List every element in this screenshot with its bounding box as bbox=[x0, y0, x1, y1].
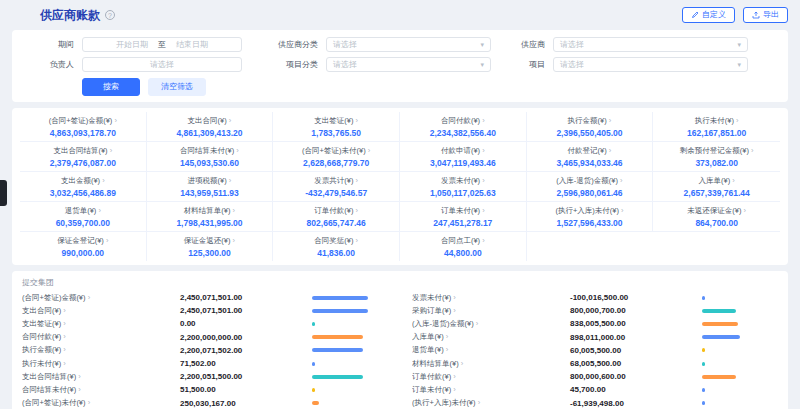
stat-card[interactable]: 剩余预付登记金额(¥) ›373,082.00 bbox=[653, 142, 780, 172]
chevron-right-icon: › bbox=[482, 176, 485, 185]
metric-row[interactable]: 支出签证(¥) ›0.00 bbox=[22, 317, 388, 330]
metric-row[interactable]: 材料结算单(¥) ›68,005,500.00 bbox=[412, 357, 778, 370]
metric-row[interactable]: 退货单(¥) ›60,005,500.00 bbox=[412, 344, 778, 357]
stat-card[interactable]: 支出金额(¥) ›3,032,456,486.89 bbox=[20, 172, 147, 202]
stat-card[interactable]: 退货单(¥) ›60,359,700.00 bbox=[20, 202, 147, 232]
chevron-right-icon: › bbox=[98, 206, 101, 215]
metric-bar-track bbox=[702, 296, 778, 300]
help-icon[interactable]: ? bbox=[105, 10, 115, 20]
stat-label: (执行+入库)未付(¥) › bbox=[529, 206, 651, 216]
stat-card[interactable]: 发票共计(¥) ›-432,479,546.57 bbox=[273, 172, 400, 202]
start-date-placeholder: 开始日期 bbox=[116, 39, 148, 50]
metric-bar bbox=[312, 362, 315, 366]
metric-row[interactable]: 支出合同结算(¥) ›2,200,051,500.00 bbox=[22, 370, 388, 383]
metric-row[interactable]: 订单未付(¥) ›45,700.00 bbox=[412, 383, 778, 396]
metric-value: 250,030,167.00 bbox=[180, 399, 312, 408]
sidebar-collapse-handle[interactable] bbox=[0, 180, 7, 206]
stats-grid: (合同+签证)金额(¥) ›4,863,093,178.70支出合同(¥) ›4… bbox=[20, 112, 780, 261]
metric-row[interactable]: 订单付款(¥) ›800,000,600.00 bbox=[412, 370, 778, 383]
customize-button[interactable]: 自定义 bbox=[682, 7, 735, 23]
owner-input[interactable]: 请选择 bbox=[82, 57, 242, 72]
metric-row[interactable]: 执行金额(¥) ›2,200,071,502.00 bbox=[22, 344, 388, 357]
stat-card[interactable]: (合同+签证)未付(¥) ›2,628,668,779.70 bbox=[273, 142, 400, 172]
stat-card[interactable]: 执行金额(¥) ›2,396,550,405.00 bbox=[527, 112, 654, 142]
metric-row[interactable]: 执行未付(¥) ›71,502.00 bbox=[22, 357, 388, 370]
metric-row[interactable]: 合同结算未付(¥) ›51,500.00 bbox=[22, 383, 388, 396]
metric-row[interactable]: 发票未付(¥) ›-100,016,500.00 bbox=[412, 291, 778, 304]
stat-card[interactable]: 合同点工(¥) ›44,800.00 bbox=[400, 232, 527, 261]
metric-row[interactable]: 采购订单(¥) ›800,000,700.00 bbox=[412, 304, 778, 317]
stat-card[interactable]: 执行未付(¥) ›162,167,851.00 bbox=[653, 112, 780, 142]
project-select[interactable]: 请选择 ▾ bbox=[553, 57, 748, 72]
stat-card[interactable]: 合同结算未付(¥) ›145,093,530.60 bbox=[147, 142, 274, 172]
metric-row[interactable]: (合同+签证)未付(¥) ›250,030,167.00 bbox=[22, 397, 388, 409]
chevron-right-icon: › bbox=[63, 306, 66, 315]
stat-card[interactable]: 材料结算单(¥) ›1,798,431,995.00 bbox=[147, 202, 274, 232]
stat-card[interactable]: 支出签证(¥) ›1,783,765.50 bbox=[273, 112, 400, 142]
metric-value: 2,200,071,502.00 bbox=[180, 346, 312, 355]
metric-value: 2,200,000,000.00 bbox=[180, 333, 312, 342]
stat-card[interactable]: 保证金返还(¥) ›125,300.00 bbox=[147, 232, 274, 261]
stat-card[interactable]: (执行+入库)未付(¥) ›1,527,596,433.00 bbox=[527, 202, 654, 232]
period-date-range-input[interactable]: 开始日期 至 结束日期 bbox=[82, 37, 242, 52]
stat-label: 付款申请(¥) › bbox=[402, 146, 524, 156]
metric-label: (入库-退货)金额(¥) › bbox=[412, 319, 570, 329]
metric-row[interactable]: 支出合同(¥) ›2,450,071,501.00 bbox=[22, 304, 388, 317]
chevron-right-icon: › bbox=[63, 359, 66, 368]
metric-row[interactable]: 合同付款(¥) ›2,200,000,000.00 bbox=[22, 331, 388, 344]
metric-label: (合同+签证)未付(¥) › bbox=[22, 398, 180, 408]
search-button[interactable]: 搜索 bbox=[82, 78, 140, 96]
metric-bar-track bbox=[702, 348, 778, 352]
metric-row[interactable]: (入库-退货)金额(¥) ›838,005,500.00 bbox=[412, 317, 778, 330]
stat-card[interactable]: (入库-退货)金额(¥) ›2,596,980,061.46 bbox=[527, 172, 654, 202]
supplier-accounts-page: 供应商账款 ? 自定义 导出 期间 开始日期 至 结束日期 供应商分类 请 bbox=[0, 0, 800, 409]
export-button[interactable]: 导出 bbox=[743, 7, 788, 23]
stat-card[interactable]: 订单付款(¥) ›802,665,747.46 bbox=[273, 202, 400, 232]
stat-card[interactable]: 支出合同结算(¥) ›2,379,476,087.00 bbox=[20, 142, 147, 172]
chevron-right-icon: › bbox=[63, 345, 66, 354]
supplier-select[interactable]: 请选择 ▾ bbox=[553, 37, 748, 52]
stat-value: 4,863,093,178.70 bbox=[22, 128, 144, 138]
stat-label: 材料结算单(¥) › bbox=[149, 206, 271, 216]
stat-card[interactable]: 未返还保证金(¥) ›864,700.00 bbox=[653, 202, 780, 232]
stat-card[interactable]: 付款登记(¥) ›3,465,934,033.46 bbox=[527, 142, 654, 172]
stat-value: 373,082.00 bbox=[655, 158, 778, 168]
stat-value: 2,379,476,087.00 bbox=[22, 158, 144, 168]
stat-card[interactable]: 进项税额(¥) ›143,959,511.93 bbox=[147, 172, 274, 202]
stat-value: 2,657,339,761.44 bbox=[655, 188, 778, 198]
chevron-right-icon: › bbox=[478, 398, 481, 407]
clear-filter-button[interactable]: 清空筛选 bbox=[148, 78, 206, 96]
stat-card[interactable]: 合同奖惩(¥) ›41,836.00 bbox=[273, 232, 400, 261]
stat-card[interactable]: 保证金登记(¥) ›990,000.00 bbox=[20, 232, 147, 261]
stat-card[interactable]: (合同+签证)金额(¥) ›4,863,093,178.70 bbox=[20, 112, 147, 142]
select-placeholder: 请选择 bbox=[333, 59, 357, 70]
stat-card[interactable]: 支出合同(¥) ›4,861,309,413.20 bbox=[147, 112, 274, 142]
stat-card[interactable]: 付款申请(¥) ›3,047,119,493.46 bbox=[400, 142, 527, 172]
stat-label: 进项税额(¥) › bbox=[149, 176, 271, 186]
chevron-right-icon: › bbox=[453, 385, 456, 394]
stat-card[interactable]: 入库单(¥) ›2,657,339,761.44 bbox=[653, 172, 780, 202]
group-metrics-right-column: 发票未付(¥) ›-100,016,500.00采购订单(¥) ›800,000… bbox=[412, 291, 778, 409]
metric-value: -61,939,498.00 bbox=[570, 399, 702, 408]
stat-card[interactable]: 合同付款(¥) ›2,234,382,556.40 bbox=[400, 112, 527, 142]
chevron-right-icon: › bbox=[482, 116, 485, 125]
date-to-label: 至 bbox=[158, 39, 166, 50]
stat-label: 发票共计(¥) › bbox=[275, 176, 397, 186]
metric-label: (合同+签证)金额(¥) › bbox=[22, 293, 180, 303]
supplier-category-select[interactable]: 请选择 ▾ bbox=[326, 37, 491, 52]
stat-card[interactable]: 发票未付(¥) ›1,050,117,025.63 bbox=[400, 172, 527, 202]
project-category-select[interactable]: 请选择 ▾ bbox=[326, 57, 491, 72]
chevron-right-icon: › bbox=[621, 206, 624, 215]
chevron-right-icon: › bbox=[609, 146, 612, 155]
stat-label: 付款登记(¥) › bbox=[529, 146, 651, 156]
stat-label: (入库-退货)金额(¥) › bbox=[529, 176, 651, 186]
chevron-right-icon: › bbox=[233, 236, 236, 245]
chevron-right-icon: › bbox=[446, 345, 449, 354]
stat-value: 3,047,119,493.46 bbox=[402, 158, 524, 168]
group-metrics-left-column: (合同+签证)金额(¥) ›2,450,071,501.00支出合同(¥) ›2… bbox=[22, 291, 388, 409]
stat-value: 2,234,382,556.40 bbox=[402, 128, 524, 138]
metric-row[interactable]: (执行+入库)未付(¥) ›-61,939,498.00 bbox=[412, 397, 778, 409]
metric-row[interactable]: (合同+签证)金额(¥) ›2,450,071,501.00 bbox=[22, 291, 388, 304]
stat-card[interactable]: 订单未付(¥) ›247,451,278.17 bbox=[400, 202, 527, 232]
metric-row[interactable]: 入库单(¥) ›898,011,000.00 bbox=[412, 331, 778, 344]
